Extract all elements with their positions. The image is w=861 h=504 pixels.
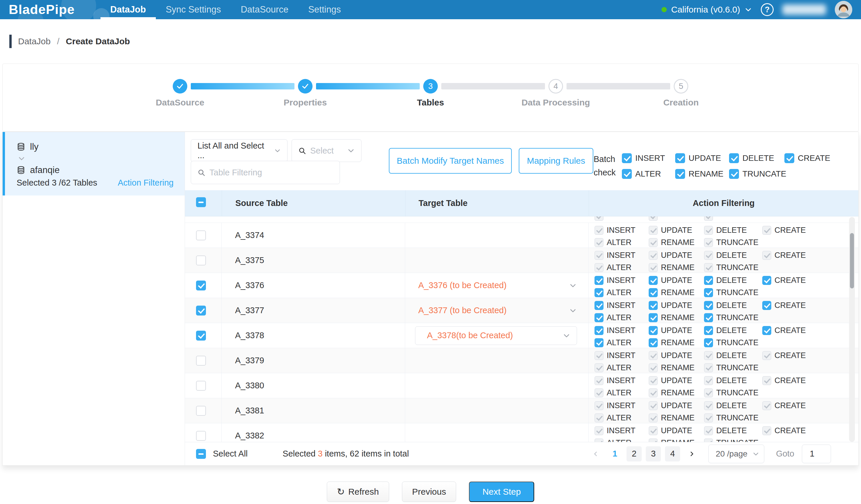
chevron-down-icon[interactable] bbox=[569, 307, 577, 314]
row-checkbox[interactable] bbox=[196, 431, 206, 441]
step-number: 4 bbox=[548, 79, 563, 94]
action-item-insert: INSERT bbox=[622, 153, 675, 163]
action-label: INSERT bbox=[607, 251, 636, 260]
next-page-button[interactable] bbox=[684, 446, 699, 462]
action-filtering-cell: INSERTUPDATEDELETECREATE ALTERRENAMETRUN… bbox=[589, 398, 858, 423]
action-checkbox-delete[interactable] bbox=[704, 276, 713, 285]
target-table-name[interactable]: A_3376 (to be Created) bbox=[418, 281, 507, 290]
mapping-rules-button[interactable]: Mapping Rules bbox=[519, 148, 593, 174]
action-checkbox-delete bbox=[704, 376, 713, 385]
table-filter-input[interactable]: Table Filtering bbox=[191, 161, 340, 184]
action-checkbox-alter bbox=[594, 238, 603, 247]
action-checkbox-insert[interactable] bbox=[622, 153, 632, 163]
action-checkbox bbox=[594, 216, 603, 221]
vertical-scrollbar[interactable] bbox=[849, 217, 855, 442]
row-checkbox[interactable] bbox=[196, 406, 206, 416]
action-checkbox-truncate[interactable] bbox=[729, 169, 739, 179]
previous-button[interactable]: Previous bbox=[402, 481, 456, 502]
action-checkbox-insert[interactable] bbox=[594, 276, 603, 285]
action-checkbox-delete[interactable] bbox=[704, 301, 713, 310]
action-checkbox-alter[interactable] bbox=[594, 313, 603, 322]
action-checkbox-update[interactable] bbox=[675, 153, 685, 163]
action-checkbox-alter[interactable] bbox=[594, 338, 603, 347]
step-properties: Properties bbox=[298, 79, 313, 94]
row-checkbox[interactable] bbox=[196, 381, 206, 391]
page-button-3[interactable]: 3 bbox=[646, 446, 661, 462]
sidebar: lly afanqie Selected 3 /62 Tables Action… bbox=[3, 132, 185, 465]
help-icon[interactable]: ? bbox=[761, 3, 774, 16]
action-checkbox-update bbox=[649, 426, 658, 435]
page-size-select[interactable]: 20 /page bbox=[708, 445, 764, 463]
tab-datajob[interactable]: DataJob bbox=[100, 0, 156, 19]
avatar[interactable] bbox=[835, 1, 852, 18]
action-checkbox-create[interactable] bbox=[762, 326, 771, 335]
prev-page-button[interactable] bbox=[588, 446, 603, 462]
action-checkbox-insert bbox=[594, 251, 603, 260]
action-checkbox-alter bbox=[594, 413, 603, 422]
page-button-1[interactable]: 1 bbox=[607, 446, 623, 462]
row-checkbox[interactable] bbox=[196, 331, 206, 341]
row-checkbox[interactable] bbox=[196, 305, 206, 315]
scrollbar-thumb[interactable] bbox=[850, 233, 854, 288]
action-label: CREATE bbox=[775, 426, 806, 435]
action-checkbox-create[interactable] bbox=[762, 276, 771, 285]
action-checkbox-delete[interactable] bbox=[729, 153, 739, 163]
action-checkbox-update[interactable] bbox=[649, 326, 658, 335]
list-mode-select[interactable]: List All and Select ... bbox=[191, 139, 287, 162]
action-checkbox-create[interactable] bbox=[762, 301, 771, 310]
tab-settings[interactable]: Settings bbox=[298, 0, 351, 19]
tab-sync-settings[interactable]: Sync Settings bbox=[156, 0, 231, 19]
row-checkbox[interactable] bbox=[196, 230, 206, 240]
brand-logo[interactable]: BladePipe bbox=[9, 2, 75, 17]
next-step-button[interactable]: Next Step bbox=[469, 481, 534, 502]
action-checkbox-rename[interactable] bbox=[649, 313, 658, 322]
sidebar-item-db-pair[interactable]: lly afanqie Selected 3 /62 Tables Action… bbox=[3, 132, 184, 195]
goto-label: Goto bbox=[776, 449, 794, 459]
action-checkbox-delete[interactable] bbox=[704, 326, 713, 335]
row-checkbox[interactable] bbox=[196, 356, 206, 366]
page-button-2[interactable]: 2 bbox=[627, 446, 642, 462]
environment-selector[interactable]: California (v0.6.0) bbox=[661, 5, 752, 15]
action-checkbox-truncate[interactable] bbox=[704, 288, 713, 297]
action-filtering-link[interactable]: Action Filtering bbox=[118, 178, 174, 188]
tab-datasource[interactable]: DataSource bbox=[231, 0, 298, 19]
action-checkbox-create[interactable] bbox=[784, 153, 794, 163]
action-filtering-cell: INSERTUPDATEDELETECREATE ALTERRENAMETRUN… bbox=[589, 373, 858, 398]
action-checkbox-truncate[interactable] bbox=[704, 338, 713, 347]
action-checkbox-truncate[interactable] bbox=[704, 313, 713, 322]
select-all-header-checkbox[interactable] bbox=[196, 197, 206, 207]
action-checkbox-alter[interactable] bbox=[594, 288, 603, 297]
row-checkbox[interactable] bbox=[196, 281, 206, 290]
action-checkbox-update[interactable] bbox=[649, 276, 658, 285]
action-item-rename: RENAME bbox=[649, 263, 704, 272]
refresh-button[interactable]: ↻ Refresh bbox=[327, 481, 389, 502]
action-checkbox-create bbox=[762, 351, 771, 360]
goto-page-input[interactable]: 1 bbox=[802, 445, 831, 463]
action-checkbox-alter[interactable] bbox=[622, 169, 632, 179]
breadcrumb-parent[interactable]: DataJob bbox=[18, 37, 51, 46]
step-number: 3 bbox=[423, 79, 438, 94]
action-checkbox-update bbox=[649, 376, 658, 385]
action-checkbox-rename[interactable] bbox=[675, 169, 685, 179]
action-label: INSERT bbox=[607, 301, 636, 310]
action-item-rename: RENAME bbox=[649, 313, 704, 322]
action-label: CREATE bbox=[775, 226, 806, 235]
action-checkbox-rename[interactable] bbox=[649, 288, 658, 297]
action-checkbox-alter bbox=[594, 389, 603, 397]
action-checkbox-create bbox=[762, 251, 771, 260]
action-label: UPDATE bbox=[661, 301, 692, 310]
batch-modify-target-names-button[interactable]: Batch Modify Target Names bbox=[389, 148, 512, 174]
action-checkbox-insert[interactable] bbox=[594, 326, 603, 335]
page-button-4[interactable]: 4 bbox=[665, 446, 680, 462]
action-checkbox-rename[interactable] bbox=[649, 338, 658, 347]
target-table-select[interactable]: A_3378(to be Created) bbox=[415, 326, 577, 345]
action-checkbox-insert[interactable] bbox=[594, 301, 603, 310]
select-all-checkbox[interactable] bbox=[196, 449, 206, 459]
action-item-alter: ALTER bbox=[594, 263, 649, 272]
step-check-icon bbox=[173, 79, 187, 94]
schema-select[interactable]: Select bbox=[291, 139, 361, 162]
row-checkbox[interactable] bbox=[196, 256, 206, 265]
chevron-down-icon[interactable] bbox=[569, 282, 577, 289]
action-checkbox-update[interactable] bbox=[649, 301, 658, 310]
target-table-name[interactable]: A_3377 (to be Created) bbox=[418, 305, 507, 315]
